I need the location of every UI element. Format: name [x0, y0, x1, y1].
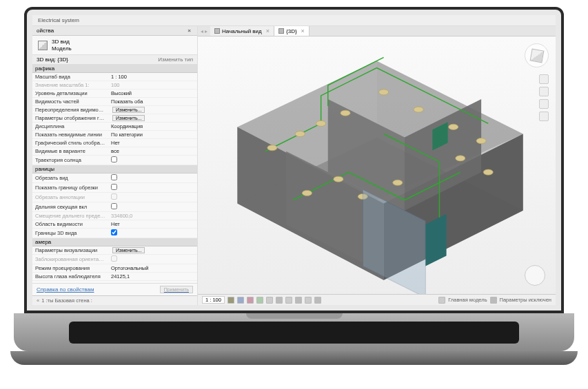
properties-help-link[interactable]: Справка по свойствам: [37, 286, 94, 293]
prop-label-bounds3d: Границы 3D вида: [32, 229, 108, 237]
prop-value-scale[interactable]: 1 : 100: [108, 73, 197, 81]
prop-value-farclip-off: 334800,0: [108, 212, 197, 220]
prop-label-scope: Область видимости: [32, 220, 108, 228]
nav-zoom-button[interactable]: [539, 99, 549, 109]
prop-label-visgraph: Переопределения видимости/графики: [32, 106, 108, 114]
prop-label-cropanno: Обрезать аннотации: [32, 193, 108, 201]
properties-panel: ойства × 3D вид Модель 3D вид: {3D} Изме…: [32, 26, 198, 305]
prop-value-eye[interactable]: 24125,1: [108, 273, 197, 280]
prop-label-sun: Траектория солнца: [32, 156, 108, 164]
detail-level-icon[interactable]: [227, 297, 234, 304]
svg-point-18: [414, 107, 423, 112]
prop-value-visibility[interactable]: Показать оба: [108, 98, 197, 105]
section-camera[interactable]: амера: [32, 238, 197, 246]
sun-path-icon[interactable]: [247, 297, 254, 304]
worksets-icon[interactable]: [438, 297, 445, 304]
app-title-bar: Electrical system: [32, 15, 556, 26]
prop-label-projection: Режим проецирования: [32, 264, 108, 272]
sun-checkbox[interactable]: [111, 156, 117, 162]
prop-value-detail[interactable]: Высокий: [108, 90, 197, 97]
prop-label-detail: Уровень детализации: [32, 90, 108, 97]
tab-prev-icon[interactable]: ◂: [201, 28, 203, 34]
svg-point-21: [302, 190, 312, 196]
cropborder-checkbox[interactable]: [111, 184, 117, 190]
prop-label-crop: Обрезать вид: [32, 174, 108, 182]
view-tab-1[interactable]: Начальный вид ×: [210, 26, 274, 36]
bounds3d-checkbox[interactable]: [111, 229, 117, 235]
compass-icon[interactable]: [525, 265, 545, 286]
svg-point-26: [483, 169, 493, 175]
prop-label-visibility: Видимость частей: [32, 98, 108, 105]
prop-value-style[interactable]: Нет: [108, 139, 197, 147]
view-cube-icon: [529, 48, 544, 63]
prop-label-lockorient: Заблокированная ориентация: [32, 255, 108, 263]
visual-style-icon[interactable]: [237, 297, 244, 304]
prop-value-variant[interactable]: все: [108, 147, 197, 155]
prop-label-scaleval: Значение масштаба 1:: [32, 81, 108, 89]
crop-region-icon[interactable]: [285, 297, 292, 304]
prop-label-farclip: Дальняя секущая вкл: [32, 203, 108, 211]
prop-label-hidden: Показать невидимые линии: [32, 131, 108, 138]
apply-button[interactable]: Применить: [160, 286, 193, 293]
prop-value-scope[interactable]: Нет: [108, 220, 197, 228]
building-model: [198, 36, 556, 294]
nav-pan-button[interactable]: [539, 87, 549, 96]
crop-checkbox[interactable]: [111, 174, 117, 180]
svg-point-19: [449, 124, 458, 129]
svg-point-24: [393, 180, 403, 185]
prop-label-scale: Масштаб вида: [32, 73, 108, 81]
svg-point-13: [267, 145, 277, 151]
view-tab-2[interactable]: {3D} ×: [274, 26, 310, 36]
browser-back-icon[interactable]: «: [37, 297, 39, 304]
svg-point-15: [316, 120, 326, 126]
view-scale[interactable]: 1 : 100: [202, 296, 225, 304]
3d-view-icon: [38, 41, 48, 50]
view-type-label: 3D вид: {3D}: [37, 56, 158, 63]
prop-value-projection[interactable]: Ортогональный: [108, 264, 197, 272]
close-icon[interactable]: ×: [185, 28, 193, 34]
prop-value-hidden[interactable]: По категории: [108, 131, 197, 138]
statusbar-model-label: Главная модель: [448, 297, 487, 303]
prop-label-style: Графический стиль отображения разл...: [32, 139, 108, 147]
farclip-checkbox[interactable]: [111, 203, 117, 209]
tab-close-icon[interactable]: ×: [301, 28, 305, 34]
edit-type-button[interactable]: Изменить тип: [158, 56, 193, 63]
svg-point-17: [379, 90, 389, 95]
lock-view-icon[interactable]: [295, 297, 302, 304]
svg-point-14: [295, 131, 305, 136]
prop-label-farclip-off: Смещение дальнего предела секущей...: [32, 212, 108, 220]
svg-point-20: [476, 138, 486, 144]
3d-viewport[interactable]: [198, 36, 556, 294]
view-cube[interactable]: [525, 43, 549, 67]
view-subtype-label: Модель: [52, 45, 72, 52]
properties-panel-title: ойства: [37, 28, 54, 34]
prop-label-eye: Высота глаза наблюдателя: [32, 273, 108, 280]
edit-visgraph-button[interactable]: Изменить...: [112, 107, 145, 113]
shadows-icon[interactable]: [256, 297, 263, 304]
bottom-bar-text: 1 :ты Базовая стена :: [41, 297, 92, 304]
prop-label-discipline: Дисциплина: [32, 123, 108, 130]
svg-point-16: [341, 110, 350, 116]
prop-label-visparams: Параметры визуализации: [32, 246, 108, 254]
design-options-icon[interactable]: [490, 297, 497, 304]
crop-view-icon[interactable]: [276, 297, 283, 304]
render-icon[interactable]: [266, 297, 273, 304]
view-tab-1-label: Начальный вид: [222, 28, 262, 34]
tab-close-icon[interactable]: ×: [266, 28, 270, 34]
view-name-label: 3D вид: [52, 39, 72, 45]
section-bounds[interactable]: раницы: [32, 165, 197, 174]
prop-value-discipline[interactable]: Координация: [108, 123, 197, 130]
temp-hide-icon[interactable]: [305, 297, 312, 304]
edit-visparams-button[interactable]: Изменить...: [112, 247, 145, 253]
cropanno-checkbox: [111, 193, 117, 200]
edit-display-button[interactable]: Изменить...: [112, 115, 145, 121]
view-tab-2-label: {3D}: [286, 28, 297, 34]
nav-orbit-button[interactable]: [539, 112, 549, 121]
tab-next-icon[interactable]: ▸: [205, 28, 207, 34]
prop-label-variant: Видимые в варианте: [32, 147, 108, 155]
reveal-icon[interactable]: [314, 297, 321, 304]
svg-point-25: [456, 156, 465, 161]
section-graphics[interactable]: рафика: [32, 65, 197, 73]
nav-wheel-button[interactable]: [539, 74, 549, 84]
lockorient-checkbox: [111, 255, 117, 262]
